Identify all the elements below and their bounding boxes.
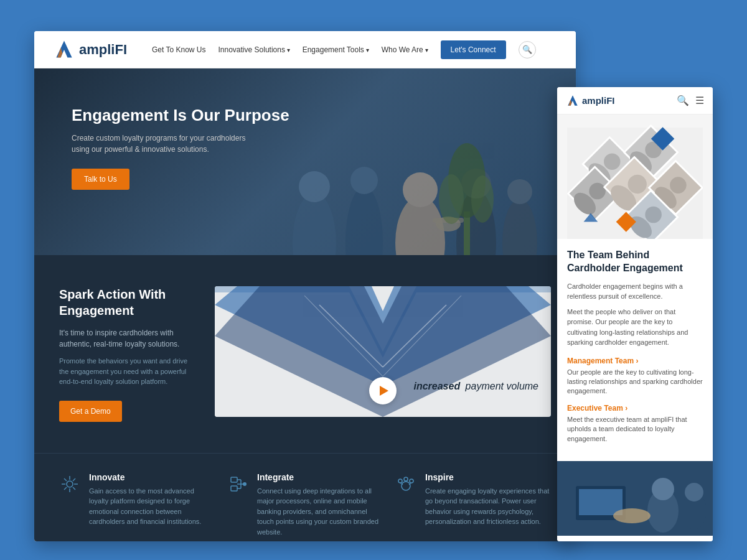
middle-section: Spark Action With Engagement It's time t… bbox=[34, 255, 576, 453]
innovate-content: Innovate Gain access to the most advance… bbox=[89, 472, 215, 538]
logo-area[interactable]: ampliFI bbox=[53, 39, 127, 61]
svg-line-31 bbox=[64, 478, 67, 481]
inspire-icon bbox=[395, 474, 416, 495]
hero-plant bbox=[439, 118, 495, 255]
promo-text-area: increased payment volume bbox=[413, 381, 538, 392]
promo-graphic: increased payment volume bbox=[215, 286, 551, 417]
svg-line-32 bbox=[73, 487, 75, 490]
mobile-executive-desc: Meet the executive team at ampliFI that … bbox=[567, 415, 703, 444]
hero-section: Engagement Is Our Purpose Create custom … bbox=[34, 68, 576, 255]
svg-point-7 bbox=[403, 172, 438, 207]
svg-point-17 bbox=[471, 175, 494, 223]
inspire-content: Inspire Create engaging loyalty experien… bbox=[425, 472, 551, 538]
mobile-team-content: The Team Behind Cardholder Engagement Ca… bbox=[557, 239, 713, 461]
svg-point-26 bbox=[67, 481, 73, 487]
hero-cta-button[interactable]: Talk to Us bbox=[72, 169, 129, 190]
feature-integrate: Integrate Connect using deep integration… bbox=[227, 472, 383, 538]
mobile-logo-area[interactable]: ampliFI bbox=[566, 94, 615, 108]
nav-item-who-we-are[interactable]: Who We Are bbox=[382, 45, 428, 54]
main-browser-window: ampliFI Get To Know Us Innovative Soluti… bbox=[34, 31, 576, 541]
svg-point-43 bbox=[398, 479, 402, 483]
spark-action-title: Spark Action With Engagement bbox=[59, 286, 196, 319]
mobile-logo-icon bbox=[566, 94, 580, 108]
innovate-icon-wrap bbox=[59, 472, 82, 538]
svg-point-79 bbox=[685, 483, 703, 502]
mobile-logo-text: ampliFI bbox=[582, 95, 615, 106]
svg-point-5 bbox=[350, 167, 378, 194]
mobile-search-icon[interactable]: 🔍 bbox=[677, 95, 689, 106]
svg-rect-35 bbox=[231, 477, 237, 482]
inspire-title: Inspire bbox=[425, 472, 551, 482]
nav-item-engagement[interactable]: Engagement Tools bbox=[303, 45, 369, 54]
team-diamond-grid bbox=[567, 124, 703, 239]
spark-action-detail: Promote the behaviors you want and drive… bbox=[59, 356, 196, 387]
svg-point-42 bbox=[402, 482, 410, 490]
svg-point-80 bbox=[613, 508, 651, 523]
mobile-bottom-image bbox=[557, 461, 713, 536]
svg-point-3 bbox=[299, 171, 330, 202]
svg-rect-14 bbox=[464, 212, 470, 255]
mobile-bottom-content: Join A Team Dedicated To Excellence bbox=[557, 536, 713, 541]
features-section: Innovate Gain access to the most advance… bbox=[34, 453, 576, 542]
svg-point-41 bbox=[243, 482, 247, 486]
play-button[interactable] bbox=[369, 377, 397, 404]
mobile-team-title: The Team Behind Cardholder Engagement bbox=[567, 249, 703, 275]
integrate-description: Connect using deep integrations to all m… bbox=[257, 486, 383, 538]
mobile-management-desc: Our people are the key to cultivating lo… bbox=[567, 368, 703, 396]
inspire-icon-wrap bbox=[395, 472, 418, 538]
promo-regular-text: payment volume bbox=[466, 381, 538, 391]
mobile-management-link[interactable]: Management Team › bbox=[567, 357, 703, 365]
mobile-header-icons: 🔍 ☰ bbox=[677, 95, 704, 106]
innovate-icon bbox=[59, 474, 80, 495]
mobile-browser-window: ampliFI 🔍 ☰ bbox=[557, 87, 713, 541]
spark-action-description: It's time to inspire cardholders with au… bbox=[59, 327, 196, 350]
mobile-bottom-photo bbox=[557, 461, 713, 536]
inspire-description: Create engaging loyalty experiences that… bbox=[425, 486, 551, 527]
mobile-team-intro: Cardholder engagement begins with a rele… bbox=[567, 281, 703, 302]
innovate-title: Innovate bbox=[89, 472, 215, 482]
svg-line-33 bbox=[73, 478, 75, 481]
promo-text-main: increased payment volume bbox=[413, 381, 538, 392]
nav-item-get-to-know[interactable]: Get To Know Us bbox=[152, 45, 205, 54]
mobile-team-description: Meet the people who deliver on that prom… bbox=[567, 307, 703, 348]
svg-point-11 bbox=[507, 179, 532, 204]
amplifi-logo-icon bbox=[53, 39, 75, 61]
feature-inspire: Inspire Create engaging loyalty experien… bbox=[395, 472, 551, 538]
svg-point-44 bbox=[404, 477, 408, 481]
svg-point-45 bbox=[410, 479, 413, 483]
header-search-icon[interactable]: 🔍 bbox=[519, 41, 536, 58]
hero-content: Engagement Is Our Purpose Create custom … bbox=[72, 106, 289, 190]
integrate-icon bbox=[227, 474, 248, 495]
play-triangle-icon bbox=[380, 386, 388, 396]
mobile-executive-link[interactable]: Executive Team › bbox=[567, 404, 703, 413]
innovate-description: Gain access to the most advanced loyalty… bbox=[89, 486, 215, 527]
main-header: ampliFI Get To Know Us Innovative Soluti… bbox=[34, 31, 576, 68]
integrate-title: Integrate bbox=[257, 472, 383, 482]
mobile-menu-icon[interactable]: ☰ bbox=[695, 95, 704, 106]
hero-title: Engagement Is Our Purpose bbox=[72, 106, 289, 125]
team-photo-grid bbox=[557, 114, 713, 239]
svg-point-77 bbox=[652, 478, 674, 500]
middle-right-content: increased payment volume bbox=[215, 286, 551, 422]
svg-point-4 bbox=[345, 187, 383, 255]
svg-line-34 bbox=[64, 487, 67, 490]
integrate-icon-wrap bbox=[227, 472, 250, 538]
get-demo-button[interactable]: Get a Demo bbox=[59, 401, 122, 422]
nav-cta-button[interactable]: Let's Connect bbox=[441, 40, 506, 59]
mobile-header: ampliFI 🔍 ☰ bbox=[557, 87, 713, 114]
promo-italic-text: increased bbox=[413, 381, 460, 391]
hero-subtitle: Create custom loyalty programs for your … bbox=[72, 133, 246, 155]
svg-point-10 bbox=[502, 199, 537, 255]
main-nav: Get To Know Us Innovative Solutions Enga… bbox=[152, 40, 557, 59]
svg-point-16 bbox=[439, 174, 464, 224]
svg-rect-75 bbox=[579, 489, 622, 515]
nav-item-innovative[interactable]: Innovative Solutions bbox=[218, 45, 290, 54]
feature-innovate: Innovate Gain access to the most advance… bbox=[59, 472, 215, 538]
svg-rect-36 bbox=[231, 486, 237, 491]
logo-text: ampliFI bbox=[79, 42, 127, 58]
middle-left-content: Spark Action With Engagement It's time t… bbox=[59, 286, 196, 422]
integrate-content: Integrate Connect using deep integration… bbox=[257, 472, 383, 538]
